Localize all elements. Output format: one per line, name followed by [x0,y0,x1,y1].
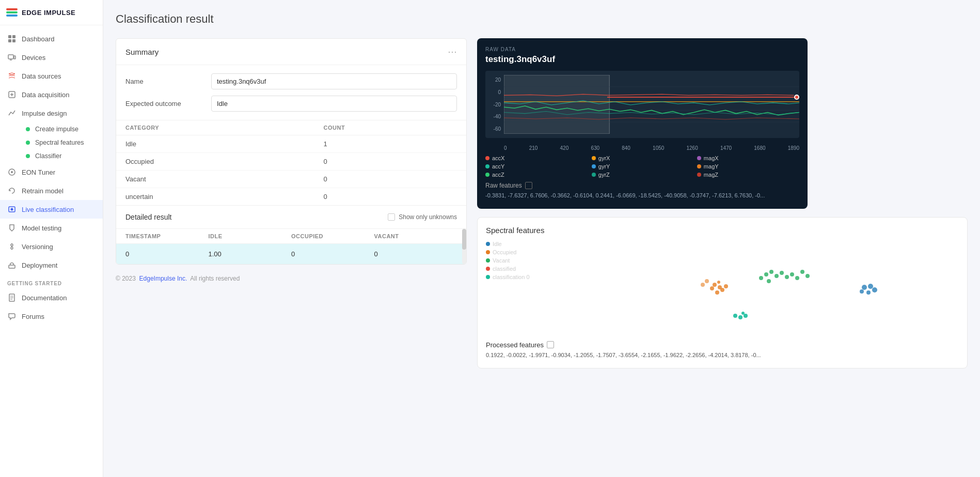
live-class-icon [7,205,17,214]
name-row: Name [125,73,457,89]
spectral-scatter-area: Idle Occupied Vacant classified [486,241,959,334]
svg-point-13 [11,208,13,211]
category-cell: Occupied [116,153,314,171]
dashboard-icon [7,34,17,43]
raw-chart-svg [504,75,799,134]
sidebar-item-retrain-model[interactable]: Retrain model [0,181,103,200]
legend-dot-classification0 [486,275,490,279]
spectral-title: Spectral features [486,226,959,235]
legend-accZ: accZ [485,172,586,178]
result-occupied: 0 [291,250,374,258]
model-testing-icon [7,223,17,233]
legend-idle: Idle [486,241,548,247]
legend-dot-magX [697,156,701,160]
chart-y-labels: 20 0 -20 -40 -60 [485,75,504,134]
sidebar-item-data-acquisition[interactable]: Data acquisition [0,85,103,104]
svg-point-45 [805,274,810,278]
col-category: CATEGORY [116,120,314,135]
show-unknowns-label: Show only unknowns [399,213,457,221]
legend-label-gyrX: gyrX [598,155,610,161]
legend-dot-magY [697,164,701,168]
sidebar-label-eon-tuner: EON Tuner [22,168,55,176]
svg-rect-2 [8,39,11,42]
legend-classification0: classification 0 [486,274,548,280]
sidebar-label-create-impulse: Create impulse [35,126,78,133]
legend-classified: classified [486,266,548,272]
svg-point-46 [759,276,763,280]
chart-legend: accX gyrX magX accY [485,155,799,178]
sidebar-item-documentation[interactable]: Documentation [0,288,103,307]
legend-label-gyrY: gyrY [598,163,610,170]
category-cell: Idle [116,135,314,153]
result-col-vacant: VACANT [374,233,457,239]
copy-raw-features-button[interactable] [525,182,532,189]
sidebar-item-deployment[interactable]: Deployment [0,256,103,274]
svg-point-30 [720,288,724,292]
footer-copyright: © 2023 [116,275,136,282]
sidebar-item-create-impulse[interactable]: Create impulse [22,122,103,136]
deployment-icon [7,260,17,270]
table-row: Idle1 [116,135,466,153]
chart-area [504,75,799,134]
sidebar-item-forums[interactable]: Forums [0,307,103,326]
name-input[interactable] [211,73,457,89]
legend-label-accY: accY [492,163,504,170]
sidebar-item-model-testing[interactable]: Model testing [0,219,103,237]
svg-point-49 [868,284,873,289]
svg-point-50 [872,287,877,293]
sidebar-item-classifier[interactable]: Classifier [22,149,103,163]
legend-label-vacant: Vacant [493,257,510,264]
sidebar-item-impulse-design[interactable]: Impulse design [0,104,103,122]
versioning-icon [7,242,17,251]
result-idle: 1.00 [209,250,292,258]
legend-label-idle: Idle [493,241,502,247]
sidebar-item-live-classification[interactable]: Live classification [0,200,103,219]
y-label-20: 20 [495,77,501,83]
svg-point-54 [738,315,742,319]
detailed-result-header: Detailed result Show only unknowns [116,205,466,229]
copy-processed-button[interactable] [547,341,554,348]
brand-name: EDGE IMPULSE [22,9,75,17]
legend-dot-magZ [697,173,701,177]
sidebar-sub-nav: Create impulse Spectral features Classif… [0,122,103,163]
legend-label-classification0: classification 0 [493,274,530,280]
legend-dot-vacant [486,258,490,263]
sidebar-item-spectral-features[interactable]: Spectral features [22,136,103,149]
sidebar-item-versioning[interactable]: Versioning [0,237,103,256]
svg-point-40 [780,271,784,275]
result-col-timestamp: TIMESTAMP [125,233,209,239]
result-table-wrap: TIMESTAMP IDLE OCCUPIED VACANT 0 1.00 0 … [116,229,466,264]
legend-magZ: magZ [697,172,799,178]
main-content: Classification result Summary ⋯ Name Exp… [103,0,980,477]
legend-dot-accY [485,164,489,168]
result-table-header: TIMESTAMP IDLE OCCUPIED VACANT [116,229,466,244]
result-col-occupied: OCCUPIED [291,233,374,239]
summary-menu-button[interactable]: ⋯ [448,46,457,57]
category-cell: Vacant [116,171,314,188]
sidebar-item-devices[interactable]: Devices [0,48,103,67]
logo-icon [6,8,18,17]
getting-started-label: GETTING STARTED [0,274,103,288]
spectral-legend: Idle Occupied Vacant classified [486,241,548,334]
svg-rect-0 [8,35,11,38]
show-unknowns-checkbox[interactable] [388,213,395,221]
legend-dot-idle [486,242,490,246]
sidebar-label-forums: Forums [22,313,44,320]
svg-rect-3 [12,39,15,42]
chart-marker-line [607,97,799,98]
result-table-row: 0 1.00 0 0 [116,244,466,264]
sidebar-item-dashboard[interactable]: Dashboard [0,29,103,48]
svg-point-39 [774,274,779,278]
sidebar-item-eon-tuner[interactable]: EON Tuner [0,163,103,181]
show-unknowns-toggle[interactable]: Show only unknowns [388,213,457,221]
sidebar-label-retrain-model: Retrain model [22,187,64,195]
svg-point-31 [715,290,719,295]
count-cell: 1 [314,135,466,153]
processed-features-label: Processed features [486,341,959,349]
legend-gyrZ: gyrZ [592,172,691,178]
result-col-idle: IDLE [209,233,292,239]
summary-form: Name Expected outcome [116,65,466,120]
expected-outcome-input[interactable] [211,96,457,112]
sidebar-item-data-sources[interactable]: Data sources [0,67,103,85]
footer-link[interactable]: EdgeImpulse Inc. [139,275,187,282]
